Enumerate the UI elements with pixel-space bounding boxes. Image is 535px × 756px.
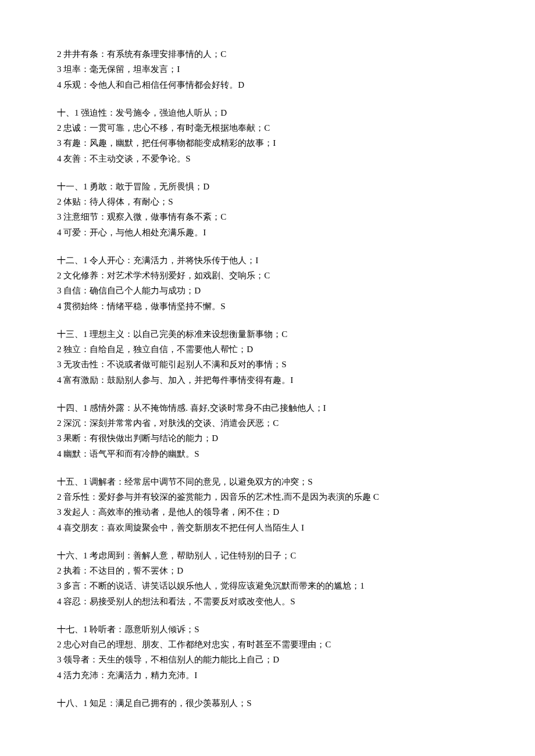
text-line: 4 可爱：开心，与他人相处充满乐趣。I bbox=[57, 225, 478, 240]
text-group: 十、1 强迫性：发号施令，强迫他人听从；D2 忠诚：一贯可靠，忠心不移，有时毫无… bbox=[57, 105, 478, 166]
text-group: 十七、1 聆听者：愿意听别人倾诉；S2 忠心对自己的理想、朋友、工作都绝对忠实，… bbox=[57, 622, 478, 683]
text-line: 4 喜交朋友：喜欢周旋聚会中，善交新朋友不把任何人当陌生人 I bbox=[57, 520, 478, 535]
text-group: 十四、1 感情外露：从不掩饰情感. 喜好,交谈时常身不由己接触他人；I2 深沉：… bbox=[57, 400, 478, 461]
text-line: 十二、1 令人开心：充满活力，并将快乐传于他人；I bbox=[57, 253, 478, 268]
text-group: 十一、1 勇敢：敢于冒险，无所畏惧；D2 体贴：待人得体，有耐心；S3 注意细节… bbox=[57, 179, 478, 240]
text-line: 4 幽默：语气平和而有冷静的幽默。S bbox=[57, 446, 478, 461]
text-line: 十、1 强迫性：发号施令，强迫他人听从；D bbox=[57, 105, 478, 120]
text-line: 3 有趣：风趣，幽默，把任何事物都能变成精彩的故事；I bbox=[57, 135, 478, 151]
text-group: 十六、1 考虑周到：善解人意，帮助别人，记住特别的日子；C2 执着：不达目的，誓… bbox=[57, 548, 478, 609]
text-line: 2 文化修养：对艺术学术特别爱好，如戏剧、交响乐；C bbox=[57, 268, 478, 283]
text-line: 3 自信：确信自己个人能力与成功；D bbox=[57, 283, 478, 298]
text-line: 十一、1 勇敢：敢于冒险，无所畏惧；D bbox=[57, 179, 478, 194]
text-line: 十八、1 知足：满足自己拥有的，很少羡慕别人；S bbox=[57, 696, 478, 711]
text-line: 3 领导者：天生的领导，不相信别人的能力能比上自己；D bbox=[57, 652, 478, 667]
text-line: 4 乐观：令他人和自己相信任何事情都会好转。D bbox=[57, 77, 478, 92]
text-line: 3 注意细节：观察入微，做事情有条不紊；C bbox=[57, 209, 478, 224]
text-line: 2 井井有条：有系统有条理安排事情的人；C bbox=[57, 46, 478, 62]
text-line: 4 友善：不主动交谈，不爱争论。S bbox=[57, 151, 478, 166]
text-group: 十三、1 理想主义：以自己完美的标准来设想衡量新事物；C2 独立：自给自足，独立… bbox=[57, 327, 478, 388]
text-line: 4 富有激励：鼓励别人参与、加入，并把每件事情变得有趣。I bbox=[57, 372, 478, 388]
text-line: 3 坦率：毫无保留，坦率发言；I bbox=[57, 62, 478, 77]
text-line: 2 独立：自给自足，独立自信，不需要他人帮忙；D bbox=[57, 342, 478, 357]
text-line: 十六、1 考虑周到：善解人意，帮助别人，记住特别的日子；C bbox=[57, 548, 478, 563]
text-line: 4 贯彻始终：情绪平稳，做事情坚持不懈。S bbox=[57, 299, 478, 314]
text-line: 十五、1 调解者：经常居中调节不同的意见，以避免双方的冲突；S bbox=[57, 474, 478, 489]
text-line: 十七、1 聆听者：愿意听别人倾诉；S bbox=[57, 622, 478, 637]
text-line: 3 果断：有很快做出判断与结论的能力；D bbox=[57, 431, 478, 446]
text-group: 十二、1 令人开心：充满活力，并将快乐传于他人；I2 文化修养：对艺术学术特别爱… bbox=[57, 253, 478, 314]
document-body: 2 井井有条：有系统有条理安排事情的人；C3 坦率：毫无保留，坦率发言；I4 乐… bbox=[57, 46, 478, 711]
text-line: 2 音乐性：爱好参与并有较深的鉴赏能力，因音乐的艺术性,而不是因为表演的乐趣 C bbox=[57, 489, 478, 504]
text-line: 3 无攻击性：不说或者做可能引起别人不满和反对的事情；S bbox=[57, 357, 478, 372]
text-line: 3 发起人：高效率的推动者，是他人的领导者，闲不住；D bbox=[57, 504, 478, 519]
text-line: 十四、1 感情外露：从不掩饰情感. 喜好,交谈时常身不由己接触他人；I bbox=[57, 400, 478, 415]
text-group: 十八、1 知足：满足自己拥有的，很少羡慕别人；S bbox=[57, 696, 478, 711]
text-line: 2 忠心对自己的理想、朋友、工作都绝对忠实，有时甚至不需要理由；C bbox=[57, 637, 478, 652]
text-group: 2 井井有条：有系统有条理安排事情的人；C3 坦率：毫无保留，坦率发言；I4 乐… bbox=[57, 46, 478, 92]
text-group: 十五、1 调解者：经常居中调节不同的意见，以避免双方的冲突；S2 音乐性：爱好参… bbox=[57, 474, 478, 535]
text-line: 十三、1 理想主义：以自己完美的标准来设想衡量新事物；C bbox=[57, 327, 478, 342]
text-line: 3 多言：不断的说话、讲笑话以娱乐他人，觉得应该避免沉默而带来的的尴尬；1 bbox=[57, 578, 478, 593]
text-line: 2 忠诚：一贯可靠，忠心不移，有时毫无根据地奉献；C bbox=[57, 120, 478, 135]
text-line: 4 活力充沛：充满活力，精力充沛。I bbox=[57, 668, 478, 683]
text-line: 2 深沉：深刻并常常内省，对肤浅的交谈、消遣会厌恶；C bbox=[57, 415, 478, 431]
text-line: 2 执着：不达目的，誓不罢休；D bbox=[57, 563, 478, 578]
text-line: 4 容忍：易接受别人的想法和看法，不需要反对或改变他人。S bbox=[57, 594, 478, 609]
text-line: 2 体贴：待人得体，有耐心；S bbox=[57, 194, 478, 209]
